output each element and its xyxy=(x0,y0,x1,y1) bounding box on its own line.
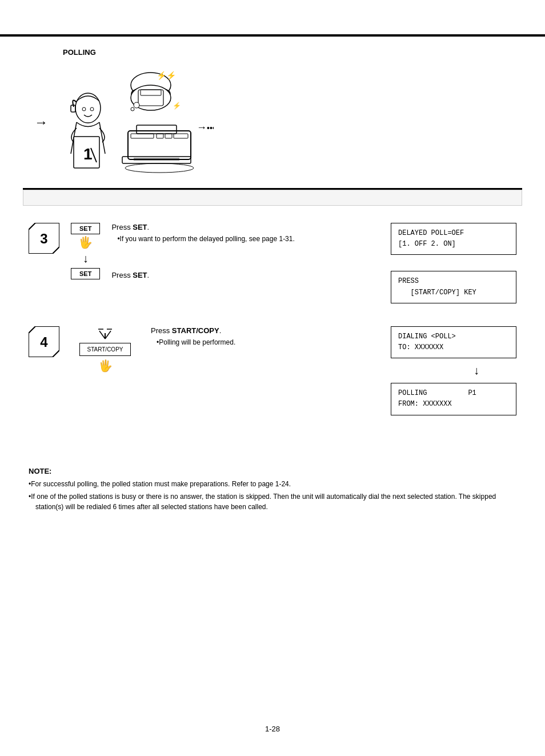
polling-illustration: 1 ⚡⚡ ⚡ xyxy=(54,68,214,177)
step-4-instruction: Press START/COPY. xyxy=(151,326,379,335)
set-button-2[interactable]: SET xyxy=(71,268,100,279)
step-3b: Press SET. PRESS [START/COPY] KEY xyxy=(111,271,516,303)
step-4-text-display: Press START/COPY. •Polling will be perfo… xyxy=(151,326,516,415)
banner-bar xyxy=(23,190,522,206)
step-4-displays: DIALING <POLL> TO: XXXXXXX ↓ POLLING P1 … xyxy=(391,326,516,415)
polling-title: POLLING xyxy=(63,48,511,57)
svg-point-2 xyxy=(90,107,94,111)
down-arrow-2: ↓ xyxy=(436,364,516,377)
step-4-badge: 4 xyxy=(29,326,59,357)
down-arrow-1: ↓ xyxy=(83,252,89,265)
svg-point-16 xyxy=(131,107,134,111)
step-3a: Press SET. •If you want to perform the d… xyxy=(111,223,516,255)
start-copy-button[interactable]: START/COPY xyxy=(79,343,131,356)
note-bullet-1: •For successful polling, the polled stat… xyxy=(29,479,516,489)
hand-icon-4: 🖐 xyxy=(98,359,113,373)
svg-text:4: 4 xyxy=(40,334,48,350)
step-3b-display: PRESS [START/COPY] KEY xyxy=(391,271,516,303)
svg-rect-17 xyxy=(128,131,191,159)
step-3a-display: DELAYED POLL=OEF [1. OFF 2. ON] xyxy=(391,223,516,255)
svg-text:•••: ••• xyxy=(207,123,214,133)
step-3-row: 3 SET 🖐 ↓ SET Press SET. xyxy=(29,223,516,303)
svg-line-34 xyxy=(99,331,105,339)
svg-rect-21 xyxy=(165,134,172,138)
step-4-bullet: •Polling will be performed. xyxy=(157,338,379,347)
polling-diagram: → xyxy=(34,62,511,182)
svg-rect-20 xyxy=(157,134,163,138)
svg-point-1 xyxy=(82,107,86,111)
step-3b-text: Press SET. xyxy=(111,271,379,282)
step-4-row: 4 START/COPY 🖐 xyxy=(29,326,516,415)
note-title: NOTE: xyxy=(29,467,516,475)
svg-line-35 xyxy=(105,331,111,339)
radio-signal xyxy=(97,326,114,340)
svg-rect-19 xyxy=(131,134,154,138)
note-section: NOTE: •For successful polling, the polle… xyxy=(0,455,545,526)
svg-point-0 xyxy=(75,93,101,123)
step-3-badge: 3 xyxy=(29,223,59,254)
page-number: 1-28 xyxy=(0,725,545,733)
svg-point-26 xyxy=(125,163,194,173)
svg-text:⚡⚡: ⚡⚡ xyxy=(157,71,177,81)
step-3a-instruction: Press SET. xyxy=(111,223,379,231)
step-4-display-2: POLLING P1 FROM: XXXXXXX xyxy=(391,383,516,415)
svg-text:3: 3 xyxy=(40,231,47,246)
left-arrow: → xyxy=(34,114,48,130)
hand-icon-1: 🖐 xyxy=(78,235,93,249)
step-4-text: Press START/COPY. •Polling will be perfo… xyxy=(151,326,379,347)
step-3-icons: SET 🖐 ↓ SET xyxy=(71,223,100,279)
step-3a-bullet: •If you want to perform the delayed poll… xyxy=(117,234,379,244)
polling-section: POLLING → xyxy=(0,37,545,188)
svg-text:1: 1 xyxy=(83,145,93,163)
note-bullet-2: •If one of the polled stations is busy o… xyxy=(29,491,516,512)
step-4-content: Press START/COPY. •Polling will be perfo… xyxy=(151,326,516,415)
svg-rect-18 xyxy=(137,125,177,134)
set-button-1[interactable]: SET xyxy=(71,223,100,234)
step-4-display-1: DIALING <POLL> TO: XXXXXXX xyxy=(391,326,516,358)
step-4-icons: START/COPY 🖐 xyxy=(71,326,139,373)
signal-icon xyxy=(97,326,114,340)
step-3-content: Press SET. •If you want to perform the d… xyxy=(111,223,516,303)
step-3a-text: Press SET. •If you want to perform the d… xyxy=(111,223,379,244)
steps-section: 3 SET 🖐 ↓ SET Press SET. xyxy=(0,206,545,455)
svg-point-15 xyxy=(134,102,139,108)
step-3b-instruction: Press SET. xyxy=(111,271,379,279)
svg-rect-22 xyxy=(174,134,188,138)
svg-text:→: → xyxy=(197,122,207,133)
svg-text:⚡: ⚡ xyxy=(173,101,181,110)
